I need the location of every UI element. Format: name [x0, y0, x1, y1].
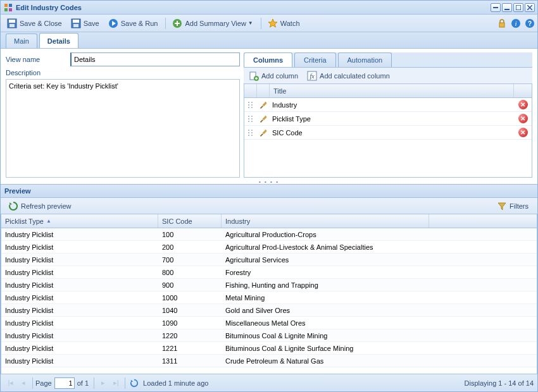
view-name-input[interactable]: [70, 52, 240, 66]
preview-grid-body[interactable]: Industry Picklist100Agricultural Product…: [1, 228, 537, 374]
wrench-icon[interactable]: [257, 128, 270, 137]
refresh-preview-button[interactable]: Refresh preview: [4, 199, 75, 213]
lock-icon[interactable]: [497, 18, 507, 28]
split-handle[interactable]: • • • •: [1, 179, 537, 184]
columns-rows: Industry✕Picklist Type✕SIC Code✕: [244, 98, 532, 177]
last-page-button[interactable]: ▸|: [110, 377, 122, 389]
page-input[interactable]: [54, 377, 75, 389]
col-header-industry[interactable]: Industry: [222, 214, 429, 228]
col-header-sic[interactable]: SIC Code: [158, 214, 222, 228]
columns-header-title[interactable]: Title: [270, 84, 514, 97]
table-row[interactable]: Industry Picklist700Agricultural Service…: [1, 254, 537, 266]
svg-point-41: [251, 130, 253, 131]
table-row[interactable]: Industry Picklist1000Metal Mining: [1, 291, 537, 304]
table-row[interactable]: Industry Picklist900Fishing, Hunting and…: [1, 279, 537, 291]
table-row[interactable]: Industry Picklist100Agricultural Product…: [1, 228, 537, 241]
tab-columns[interactable]: Columns: [244, 52, 292, 67]
preview-toolbar: Refresh preview Filters: [1, 198, 537, 214]
maximize-button[interactable]: [513, 3, 523, 12]
svg-point-40: [248, 135, 249, 136]
svg-rect-2: [4, 8, 8, 11]
wrench-icon[interactable]: [257, 101, 270, 109]
cell-picklist: Industry Picklist: [1, 345, 158, 352]
tab-details[interactable]: Details: [39, 33, 78, 48]
separator: [94, 377, 94, 389]
info-icon[interactable]: i: [511, 18, 521, 28]
cell-industry: Fishing, Hunting and Trapping: [222, 281, 429, 289]
table-row[interactable]: Industry Picklist1090Miscellaneous Metal…: [1, 317, 537, 329]
next-page-button[interactable]: ▸: [97, 377, 109, 389]
column-title: SIC Code: [270, 129, 514, 137]
chevron-down-icon: ▼: [248, 20, 253, 26]
delete-column-button[interactable]: ✕: [514, 114, 532, 123]
description-textarea[interactable]: Criteria set: Key is 'Industry Picklist': [6, 79, 240, 178]
cell-sic: 100: [158, 231, 222, 238]
details-body: View name Description Criteria set: Key …: [1, 49, 537, 179]
filters-button[interactable]: Filters: [493, 199, 532, 213]
drag-handle-icon[interactable]: [244, 101, 257, 109]
paging-bar: |◂ ◂ Page of 1 ▸ ▸| Loaded 1 minute ago …: [1, 374, 537, 391]
add-calc-column-button[interactable]: fx Add calculated column: [303, 69, 394, 83]
cell-picklist: Industry Picklist: [1, 231, 158, 238]
drag-handle-icon[interactable]: [244, 115, 257, 123]
tab-main[interactable]: Main: [6, 34, 37, 48]
separator: [125, 377, 125, 389]
cell-industry: Agricultural Services: [222, 256, 429, 264]
delete-icon: ✕: [518, 100, 528, 109]
delete-column-button[interactable]: ✕: [514, 128, 532, 137]
add-column-icon: [249, 71, 259, 81]
save-button[interactable]: Save: [67, 16, 103, 30]
table-row[interactable]: Industry Picklist1311Crude Petroleum & N…: [1, 355, 537, 367]
cell-industry: Crude Petroleum & Natural Gas: [222, 357, 429, 365]
save-label: Save: [84, 20, 99, 27]
first-page-button[interactable]: |◂: [5, 377, 16, 389]
cell-industry: Miscellaneous Metal Ores: [222, 319, 429, 327]
cell-picklist: Industry Picklist: [1, 256, 158, 264]
preview-grid: Picklist Type ▲ SIC Code Industry Indust…: [1, 214, 537, 374]
tab-automation[interactable]: Automation: [338, 52, 392, 67]
table-row[interactable]: Industry Picklist200Agricultural Prod-Li…: [1, 241, 537, 254]
minimize-button[interactable]: [502, 3, 512, 12]
filter-icon: [497, 201, 507, 211]
tab-criteria[interactable]: Criteria: [294, 52, 335, 67]
fx-icon: fx: [307, 71, 317, 81]
table-row[interactable]: Industry Picklist1040Gold and Silver Ore…: [1, 304, 537, 317]
columns-grid: Title Industry✕Picklist Type✕SIC Code✕: [244, 84, 532, 178]
star-icon: [268, 18, 278, 28]
top-tab-strip: Main Details: [1, 32, 537, 49]
prev-page-button[interactable]: ◂: [18, 377, 29, 389]
delete-icon: ✕: [518, 128, 528, 137]
add-column-label: Add column: [261, 72, 298, 80]
column-row[interactable]: SIC Code✕: [244, 126, 532, 140]
wrench-icon[interactable]: [257, 114, 270, 123]
save-run-label: Save & Run: [121, 20, 158, 27]
refresh-page-button[interactable]: [128, 377, 140, 389]
column-row[interactable]: Picklist Type✕: [244, 112, 532, 126]
svg-rect-6: [516, 5, 521, 10]
separator: [261, 18, 261, 29]
column-row[interactable]: Industry✕: [244, 98, 532, 112]
cell-industry: Gold and Silver Ores: [222, 307, 429, 314]
table-row[interactable]: Industry Picklist1221Bituminous Coal & L…: [1, 342, 537, 355]
close-button[interactable]: [525, 3, 535, 12]
delete-column-button[interactable]: ✕: [514, 100, 532, 109]
drag-handle-icon[interactable]: [244, 129, 257, 137]
save-close-button[interactable]: Save & Close: [3, 16, 66, 30]
add-column-button[interactable]: Add column: [245, 69, 302, 83]
cell-sic: 1040: [158, 307, 222, 314]
svg-rect-8: [9, 20, 15, 23]
svg-rect-3: [9, 8, 12, 11]
watch-button[interactable]: Watch: [264, 16, 304, 30]
table-row[interactable]: Industry Picklist800Forestry: [1, 266, 537, 279]
col-header-picklist[interactable]: Picklist Type ▲: [1, 214, 158, 228]
help-icon[interactable]: ?: [525, 18, 535, 28]
svg-point-35: [251, 118, 253, 119]
page-label: Page: [35, 379, 52, 387]
table-row[interactable]: Industry Picklist1220Bituminous Coal & L…: [1, 329, 537, 342]
cell-industry: Agricultural Prod-Livestock & Animal Spe…: [222, 243, 429, 251]
view-name-label: View name: [6, 56, 66, 63]
loaded-label: Loaded 1 minute ago: [143, 379, 208, 387]
save-run-button[interactable]: Save & Run: [104, 16, 162, 30]
collapse-button[interactable]: [491, 3, 501, 12]
add-summary-button[interactable]: Add Summary View ▼: [168, 16, 256, 30]
